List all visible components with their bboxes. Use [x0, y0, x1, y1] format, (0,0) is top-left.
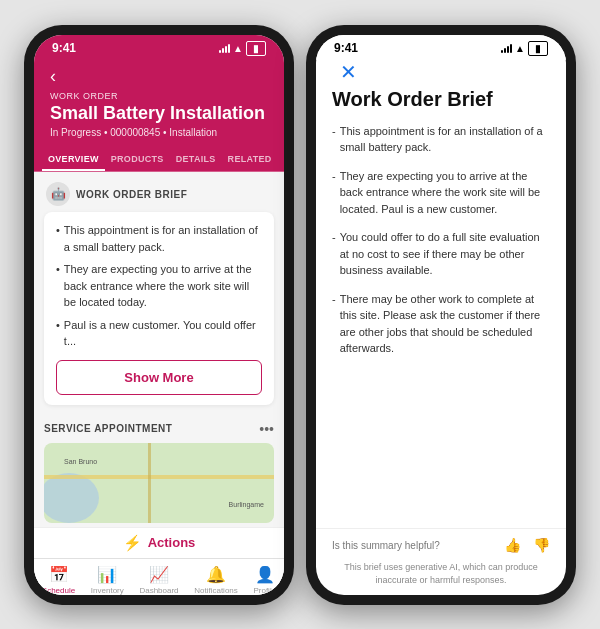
schedule-label: Schedule: [42, 586, 75, 595]
helpful-icons: 👍 👎: [504, 537, 550, 553]
brief-bullet-2: • They are expecting you to arrive at th…: [56, 261, 262, 311]
phone2-bullet-dot-2: -: [332, 168, 336, 218]
helpful-label: Is this summary helpful?: [332, 540, 440, 551]
brief-bullet-1: • This appointment is for an installatio…: [56, 222, 262, 255]
phone2-bullet-dot-4: -: [332, 291, 336, 357]
map-label-2: Burlingame: [229, 501, 264, 508]
inventory-label: Inventory: [91, 586, 124, 595]
signal-icon: [219, 43, 230, 53]
work-order-sub: In Progress • 000000845 • Installation: [50, 127, 268, 138]
phone2-bullet-4: - There may be other work to complete at…: [332, 291, 550, 357]
bullet-dot-2: •: [56, 261, 60, 311]
thumbs-down-icon[interactable]: 👎: [533, 537, 550, 553]
helpful-row: Is this summary helpful? 👍 👎: [332, 537, 550, 553]
map-label-1: San Bruno: [64, 458, 97, 465]
close-button[interactable]: ✕: [316, 60, 566, 84]
phone2-title: Work Order Brief: [316, 84, 566, 123]
dashboard-icon: 📈: [149, 565, 169, 584]
service-appt-section: SERVICE APPOINTMENT ••• San Bruno Burlin…: [34, 413, 284, 527]
phone-2: 9:41 ▲ ▮ ✕ Work Order Brief -: [306, 25, 576, 605]
phone2-bullet-1: - This appointment is for an installatio…: [332, 123, 550, 156]
signal-icon-2: [501, 43, 512, 53]
profile-label: Profile: [253, 586, 276, 595]
brief-bullet-text-1: This appointment is for an installation …: [64, 222, 262, 255]
phone2-bullet-text-4: There may be other work to complete at t…: [340, 291, 550, 357]
work-order-title: Small Battery Installation: [50, 103, 268, 125]
service-appt-more-button[interactable]: •••: [259, 421, 274, 437]
wifi-icon-2: ▲: [515, 43, 525, 54]
status-icons-1: ▲ ▮: [219, 41, 266, 56]
tab-products[interactable]: PRODUCTS: [105, 148, 170, 171]
battery-icon-2: ▮: [528, 41, 548, 56]
status-time-2: 9:41: [334, 41, 358, 55]
status-bar-1: 9:41 ▲ ▮: [34, 35, 284, 60]
phone2-bullet-text-3: You could offer to do a full site evalua…: [340, 229, 550, 279]
disclaimer: This brief uses generative AI, which can…: [332, 561, 550, 586]
actions-label[interactable]: Actions: [148, 535, 196, 550]
profile-icon: 👤: [255, 565, 275, 584]
nav-tabs: OVERVIEW PRODUCTS DETAILS RELATED FEED: [34, 148, 284, 172]
phone-1-screen: 9:41 ▲ ▮ ‹ WORK ORDER Small Battery Inst…: [34, 35, 284, 595]
brief-card: • This appointment is for an installatio…: [44, 212, 274, 405]
phone1-body: 🤖 WORK ORDER BRIEF • This appointment is…: [34, 172, 284, 594]
notifications-icon: 🔔: [206, 565, 226, 584]
show-more-button[interactable]: Show More: [56, 360, 262, 395]
bottom-nav-schedule[interactable]: 📅 Schedule: [42, 565, 75, 595]
actions-bar: ⚡ Actions: [34, 527, 284, 558]
phone2-content: - This appointment is for an installatio…: [316, 123, 566, 529]
lightning-icon: ⚡: [123, 534, 142, 552]
phone-2-screen: 9:41 ▲ ▮ ✕ Work Order Brief -: [316, 35, 566, 595]
service-appt-title: SERVICE APPOINTMENT: [44, 423, 172, 434]
wifi-icon: ▲: [233, 43, 243, 54]
phone2-bullet-3: - You could offer to do a full site eval…: [332, 229, 550, 279]
map-road-vertical: [148, 443, 151, 523]
bottom-nav-inventory[interactable]: 📊 Inventory: [91, 565, 124, 595]
tab-overview[interactable]: OVERVIEW: [42, 148, 105, 171]
service-appt-header: SERVICE APPOINTMENT •••: [44, 421, 274, 437]
brief-bullet-3: • Paul is a new customer. You could offe…: [56, 317, 262, 350]
phone2-bullet-text-1: This appointment is for an installation …: [340, 123, 550, 156]
map-view: San Bruno Burlingame: [44, 443, 274, 523]
bullet-dot-1: •: [56, 222, 60, 255]
bottom-nav: 📅 Schedule 📊 Inventory 📈 Dashboard 🔔 Not…: [34, 558, 284, 595]
phone2-bullet-dot-3: -: [332, 229, 336, 279]
bottom-nav-dashboard[interactable]: 📈 Dashboard: [139, 565, 178, 595]
phone2-bullet-2: - They are expecting you to arrive at th…: [332, 168, 550, 218]
phone-1: 9:41 ▲ ▮ ‹ WORK ORDER Small Battery Inst…: [24, 25, 294, 605]
notifications-label: Notifications: [194, 586, 238, 595]
phone2-footer: Is this summary helpful? 👍 👎 This brief …: [316, 528, 566, 594]
brief-bullet-text-3: Paul is a new customer. You could offer …: [64, 317, 262, 350]
brief-icon: 🤖: [46, 182, 70, 206]
battery-icon: ▮: [246, 41, 266, 56]
tab-related[interactable]: RELATED: [222, 148, 278, 171]
phone2-bullet-text-2: They are expecting you to arrive at the …: [340, 168, 550, 218]
tab-feed[interactable]: FEED: [278, 148, 284, 171]
phone2-body: Work Order Brief - This appointment is f…: [316, 84, 566, 595]
bullet-dot-3: •: [56, 317, 60, 350]
bottom-nav-profile[interactable]: 👤 Profile: [253, 565, 276, 595]
inventory-icon: 📊: [97, 565, 117, 584]
brief-bullet-text-2: They are expecting you to arrive at the …: [64, 261, 262, 311]
phone1-header: ‹ WORK ORDER Small Battery Installation …: [34, 60, 284, 149]
thumbs-up-icon[interactable]: 👍: [504, 537, 521, 553]
tab-details[interactable]: DETAILS: [170, 148, 222, 171]
map-water: [44, 473, 99, 523]
status-icons-2: ▲ ▮: [501, 41, 548, 56]
brief-section-title: WORK ORDER BRIEF: [76, 189, 187, 200]
phone2-bullet-dot-1: -: [332, 123, 336, 156]
back-button[interactable]: ‹: [50, 66, 268, 87]
brief-section-header: 🤖 WORK ORDER BRIEF: [34, 172, 284, 212]
status-time-1: 9:41: [52, 41, 76, 55]
map-road-horizontal: [44, 475, 274, 479]
dashboard-label: Dashboard: [139, 586, 178, 595]
bottom-nav-notifications[interactable]: 🔔 Notifications: [194, 565, 238, 595]
schedule-icon: 📅: [49, 565, 69, 584]
work-order-label: WORK ORDER: [50, 91, 268, 101]
